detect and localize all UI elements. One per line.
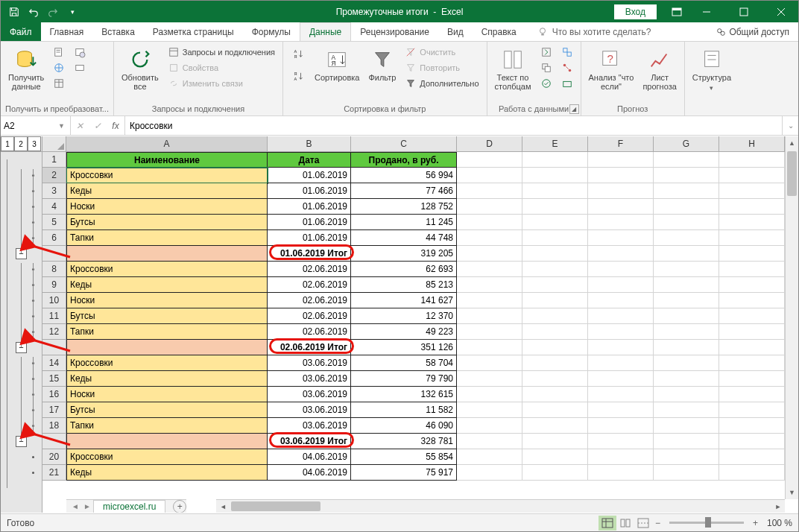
cell-a-17[interactable]: Бутсы: [66, 402, 268, 418]
cell-E-3[interactable]: [522, 183, 588, 199]
tab-view[interactable]: Вид: [438, 22, 473, 41]
cell-G-12[interactable]: [654, 324, 719, 340]
cell-F-7[interactable]: [588, 246, 654, 262]
cell-G-13[interactable]: [654, 340, 719, 355]
share-button[interactable]: Общий доступ: [707, 22, 798, 41]
cell-E-16[interactable]: [522, 387, 588, 402]
cell-E-10[interactable]: [522, 293, 588, 308]
cancel-formula-button[interactable]: ✕: [71, 121, 89, 131]
cell-H-4[interactable]: [719, 199, 785, 215]
cell-H-3[interactable]: [719, 183, 785, 199]
cell-E-9[interactable]: [522, 277, 588, 293]
cell-a-9[interactable]: Кеды: [66, 277, 268, 293]
cell-b-16[interactable]: 03.06.2019: [268, 387, 351, 402]
cell-c-2[interactable]: 56 994: [351, 168, 457, 183]
minimize-button[interactable]: [689, 1, 724, 22]
cell-b-3[interactable]: 01.06.2019: [268, 183, 351, 199]
outline-level-2[interactable]: 2: [14, 136, 28, 151]
sheet-tab-active[interactable]: microexcel.ru: [93, 500, 165, 513]
sheet-nav-next[interactable]: ►: [81, 502, 93, 510]
cell-c-17[interactable]: 11 582: [351, 402, 457, 418]
cell-F-14[interactable]: [588, 355, 654, 371]
zoom-in-button[interactable]: +: [750, 518, 761, 528]
cell-a-12[interactable]: Тапки: [66, 324, 268, 340]
cell-c-5[interactable]: 11 245: [351, 215, 457, 230]
ribbon-options-button[interactable]: [667, 1, 686, 22]
cell-b-12[interactable]: 02.06.2019: [268, 324, 351, 340]
cell-c-14[interactable]: 58 704: [351, 355, 457, 371]
cell-D-8[interactable]: [457, 262, 522, 277]
cell-E-1[interactable]: [522, 152, 588, 168]
row-header-1[interactable]: 1: [42, 152, 66, 168]
qat-customize[interactable]: ▾: [63, 3, 81, 21]
tell-me-box[interactable]: Что вы хотите сделать?: [528, 22, 660, 41]
cell-D-2[interactable]: [457, 168, 522, 183]
scroll-up-button[interactable]: ▲: [786, 136, 798, 150]
cell-D-17[interactable]: [457, 402, 522, 418]
get-data-button[interactable]: Получить данные: [5, 45, 47, 94]
cell-D-7[interactable]: [457, 246, 522, 262]
col-header-H[interactable]: H: [719, 136, 785, 152]
row-header-3[interactable]: 3: [42, 183, 66, 199]
cell-F-2[interactable]: [588, 168, 654, 183]
cell-E-2[interactable]: [522, 168, 588, 183]
cell-E-14[interactable]: [522, 355, 588, 371]
cell-E-21[interactable]: [522, 465, 588, 481]
cell-G-1[interactable]: [654, 152, 719, 168]
cell-b-14[interactable]: 03.06.2019: [268, 355, 351, 371]
cell-D-10[interactable]: [457, 293, 522, 308]
tab-insert[interactable]: Вставка: [92, 22, 144, 41]
cell-b-17[interactable]: 03.06.2019: [268, 402, 351, 418]
cell-H-6[interactable]: [719, 230, 785, 246]
cell-a-15[interactable]: Кеды: [66, 371, 268, 387]
row-header-17[interactable]: 17: [42, 402, 66, 418]
cell-D-16[interactable]: [457, 387, 522, 402]
row-header-10[interactable]: 10: [42, 293, 66, 308]
col-header-E[interactable]: E: [522, 136, 588, 152]
row-header-16[interactable]: 16: [42, 387, 66, 402]
cell-c-4[interactable]: 128 752: [351, 199, 457, 215]
cell-H-10[interactable]: [719, 293, 785, 308]
cell-E-12[interactable]: [522, 324, 588, 340]
cell-b-20[interactable]: 04.06.2019: [268, 449, 351, 465]
row-header-9[interactable]: 9: [42, 277, 66, 293]
tab-formulas[interactable]: Формулы: [243, 22, 300, 41]
cell-D-3[interactable]: [457, 183, 522, 199]
row-header-15[interactable]: 15: [42, 371, 66, 387]
select-all-corner[interactable]: [42, 136, 66, 152]
vscroll-thumb[interactable]: [787, 151, 797, 196]
relationships-button[interactable]: [558, 60, 576, 75]
cell-F-20[interactable]: [588, 449, 654, 465]
sort-button[interactable]: АЯ Сортировка: [312, 45, 362, 85]
cell-D-5[interactable]: [457, 215, 522, 230]
cell-G-3[interactable]: [654, 183, 719, 199]
row-header-4[interactable]: 4: [42, 199, 66, 215]
cell-E-20[interactable]: [522, 449, 588, 465]
vertical-scrollbar[interactable]: ▲ ▼: [785, 136, 798, 499]
cell-G-10[interactable]: [654, 293, 719, 308]
filter-button[interactable]: Фильтр: [365, 45, 399, 85]
cell-H-21[interactable]: [719, 465, 785, 481]
cell-E-11[interactable]: [522, 308, 588, 324]
tab-data[interactable]: Данные: [300, 22, 351, 41]
cell-F-13[interactable]: [588, 340, 654, 355]
cell-F-12[interactable]: [588, 324, 654, 340]
sheet-nav-prev[interactable]: ◄: [69, 502, 81, 510]
cell-E-7[interactable]: [522, 246, 588, 262]
cell-D-20[interactable]: [457, 449, 522, 465]
cell-D-15[interactable]: [457, 371, 522, 387]
cell-c-11[interactable]: 12 370: [351, 308, 457, 324]
cell-c-9[interactable]: 85 213: [351, 277, 457, 293]
redo-button[interactable]: [44, 3, 62, 21]
cell-D-12[interactable]: [457, 324, 522, 340]
cell-b-18[interactable]: 03.06.2019: [268, 418, 351, 434]
cell-c-12[interactable]: 49 223: [351, 324, 457, 340]
cell-c-3[interactable]: 77 466: [351, 183, 457, 199]
tab-review[interactable]: Рецензирование: [351, 22, 438, 41]
cell-D-11[interactable]: [457, 308, 522, 324]
row-header-2[interactable]: 2: [42, 168, 66, 183]
cell-E-18[interactable]: [522, 418, 588, 434]
cell-a-4[interactable]: Носки: [66, 199, 268, 215]
cell-G-4[interactable]: [654, 199, 719, 215]
cell-D-14[interactable]: [457, 355, 522, 371]
